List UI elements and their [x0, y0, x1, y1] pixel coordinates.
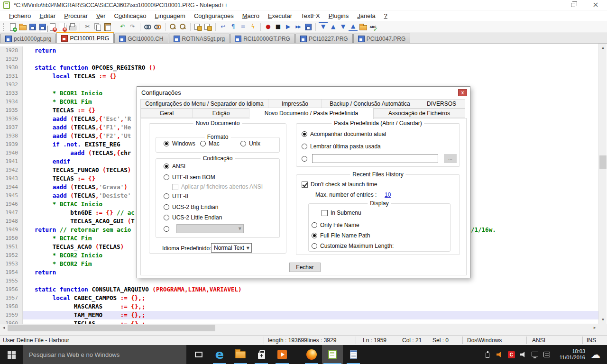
settings-tab-backup-conclus-o-autom-tica[interactable]: Backup / Conclusão Automática [322, 99, 418, 109]
radio-encoding-other[interactable] [164, 226, 169, 232]
open-file-icon[interactable] [18, 22, 27, 31]
redo-icon[interactable]: ↷ [128, 22, 137, 31]
radio-encoding-ansi[interactable]: ANSI [164, 163, 185, 170]
word-wrap-icon[interactable]: ↩ [219, 22, 228, 31]
onedrive-cloud-icon[interactable]: ☁ [591, 349, 600, 360]
settings-tab-edi-o[interactable]: Edição [193, 109, 249, 118]
file-tab-pci10001-prg[interactable]: PCI10001.PRG [56, 32, 114, 43]
radio-full-file-name-path[interactable]: Full File Name Path [312, 232, 370, 239]
menu-item-configura-es[interactable]: Configurações [190, 11, 238, 20]
custom-folder-input[interactable] [312, 154, 438, 163]
edge-taskbar-button[interactable]: e [209, 345, 230, 364]
replace-icon[interactable] [153, 22, 162, 31]
file-explorer-taskbar-button[interactable] [230, 345, 251, 364]
dialog-close-button[interactable]: x [458, 89, 467, 96]
scroll-right-arrow-icon[interactable]: ▸ [591, 324, 598, 332]
sync-vertical-icon[interactable] [193, 22, 202, 31]
folder-link-icon[interactable] [359, 22, 368, 31]
menu-item-procurar[interactable]: Procurar [60, 11, 92, 20]
file-tab-pci10000gt-prg[interactable]: pci10000gt.prg [0, 34, 56, 43]
jump-bottom-icon[interactable]: ▲ [349, 22, 358, 31]
paste-icon[interactable] [103, 22, 112, 31]
radio-format-mac[interactable]: Mac [200, 140, 220, 147]
menu-item-macro[interactable]: Macro [238, 11, 264, 20]
radio-customize-maximum-length[interactable]: Customize Maximum Length: [312, 243, 394, 249]
minimize-button[interactable]: — [543, 0, 558, 10]
default-language-combobox[interactable]: Normal Text▼ [211, 243, 252, 253]
browse-folder-button[interactable]: ... [444, 154, 457, 163]
menu-item-ver[interactable]: Ver [92, 11, 110, 20]
radio-encoding-utf8-sem-bom[interactable]: UTF-8 sem BOM [164, 174, 215, 181]
volume-tray-button[interactable] [517, 345, 529, 364]
notepad-taskbar-button[interactable] [343, 345, 364, 364]
checkbox-apply-open-ansi[interactable]: Aplicar p/ ficheiros abertos ANSI [172, 183, 263, 190]
file-tab-rci10000gt-prg[interactable]: RCI10000GT.PRG [230, 34, 295, 43]
menu-item-plugins[interactable]: Plugins [324, 11, 353, 20]
radio-follow-current-document[interactable]: Acompanhar documento atual [302, 131, 386, 137]
menu-item-help[interactable]: ? [380, 11, 392, 20]
media-player-taskbar-button[interactable] [272, 345, 293, 364]
radio-custom-folder[interactable] [302, 156, 307, 162]
menu-item-editar[interactable]: Editar [35, 11, 60, 20]
radio-format-unix[interactable]: Unix [240, 140, 260, 147]
zoom-in-icon[interactable] [168, 22, 177, 31]
spell-check-icon[interactable]: ABC [368, 22, 377, 31]
radio-only-file-name[interactable]: Only File Name [312, 222, 359, 228]
firefox-taskbar-button[interactable] [301, 345, 322, 364]
horizontal-scroll-thumb[interactable] [8, 325, 215, 331]
vertical-scrollbar[interactable]: ▴ ▾ [598, 44, 607, 324]
antivirus-tray-button[interactable]: C [506, 345, 517, 364]
cut-icon[interactable]: ✂ [83, 22, 92, 31]
checkbox-in-submenu[interactable]: In Submenu [322, 209, 361, 216]
store-taskbar-button[interactable] [251, 345, 272, 364]
file-tab-pci10227-prg[interactable]: PCI10227.PRG [295, 34, 353, 43]
settings-tab-configura-es-do-menu-separador-do-idioma[interactable]: Configurações do Menu / Separador do Idi… [140, 99, 268, 109]
network-tray-button[interactable] [529, 345, 541, 364]
radio-encoding-utf8[interactable]: UTF-8 [164, 193, 188, 200]
taskbar-search[interactable]: Pesquisar na Web e no Windows [23, 345, 186, 364]
usb-tray-button[interactable] [482, 345, 494, 364]
menu-item-linguagem[interactable]: Linguagem [151, 11, 190, 20]
print-icon[interactable] [68, 22, 77, 31]
radio-format-windows[interactable]: Windows [164, 140, 195, 147]
vertical-scroll-thumb[interactable] [599, 155, 607, 169]
radio-encoding-ucs2-little-endian[interactable]: UCS-2 Little Endian [164, 214, 222, 221]
file-tab-gci10000-ch[interactable]: GCI10000.CH [114, 34, 168, 43]
horizontal-scrollbar[interactable]: ◂ ▸ [0, 324, 598, 331]
start-button[interactable] [0, 345, 23, 364]
menu-item-textfx[interactable]: TextFX [296, 11, 324, 20]
show-all-characters-icon[interactable]: ¶ [229, 22, 238, 31]
macro-stop-icon[interactable]: ■ [274, 22, 283, 31]
new-file-icon[interactable] [8, 22, 17, 31]
settings-tab-impress-o[interactable]: Impressão [268, 99, 322, 109]
undo-icon[interactable]: ↶ [118, 22, 127, 31]
find-icon[interactable] [143, 22, 152, 31]
sync-horizontal-icon[interactable] [203, 22, 212, 31]
menu-item-janela[interactable]: Janela [353, 11, 379, 20]
restore-button[interactable] [565, 0, 580, 10]
save-all-icon[interactable] [38, 22, 47, 31]
function-completion-icon[interactable]: ϟ [248, 22, 258, 31]
close-button[interactable]: × [588, 0, 603, 10]
max-entries-value[interactable]: 10 [385, 191, 391, 198]
checkbox-dont-check-at-launch[interactable]: Don't check at launch time [302, 181, 377, 188]
save-icon[interactable] [28, 22, 37, 31]
settings-tab-diversos[interactable]: DIVERSOS [418, 99, 465, 109]
menu-item-executar[interactable]: Executar [264, 11, 296, 20]
file-tab-pci10047-prg[interactable]: PCI10047.PRG [353, 34, 411, 43]
close-icon[interactable] [48, 22, 57, 31]
scroll-up-arrow-icon[interactable]: ▴ [599, 44, 607, 52]
menu-item-ficheiro[interactable]: Ficheiro [5, 11, 35, 20]
settings-tab-geral[interactable]: Geral [140, 109, 193, 118]
radio-encoding-ucs2-big-endian[interactable]: UCS-2 Big Endian [164, 204, 218, 210]
move-up-icon[interactable]: ▲ [329, 22, 338, 31]
settings-tab-associa-o-de-ficheiros[interactable]: Associação de Ficheiros [373, 109, 465, 118]
jump-top-icon[interactable]: ▼ [319, 22, 328, 31]
zoom-out-icon[interactable] [178, 22, 187, 31]
radio-remember-last-folder[interactable]: Lembrar última pasta usada [302, 143, 381, 150]
notepad-plus-plus-taskbar-button[interactable] [322, 345, 343, 364]
indent-guide-icon[interactable]: ≡ [239, 22, 248, 31]
copy-icon[interactable] [93, 22, 102, 31]
action-center-tray-button[interactable] [541, 345, 553, 364]
macro-save-icon[interactable] [304, 22, 313, 31]
